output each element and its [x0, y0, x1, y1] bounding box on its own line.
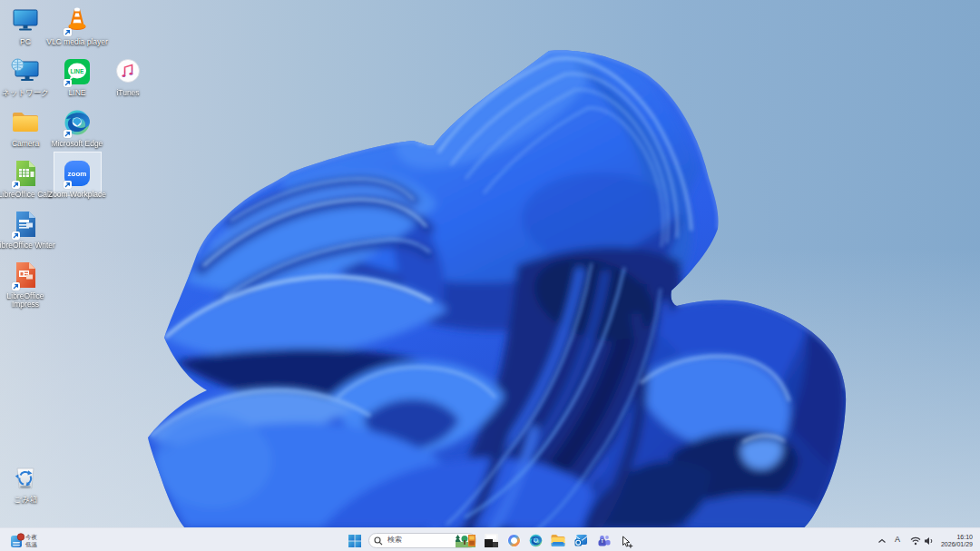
svg-text:zoom: zoom: [68, 170, 87, 178]
svg-text:T: T: [601, 539, 603, 544]
svg-text:LINE: LINE: [71, 68, 84, 74]
